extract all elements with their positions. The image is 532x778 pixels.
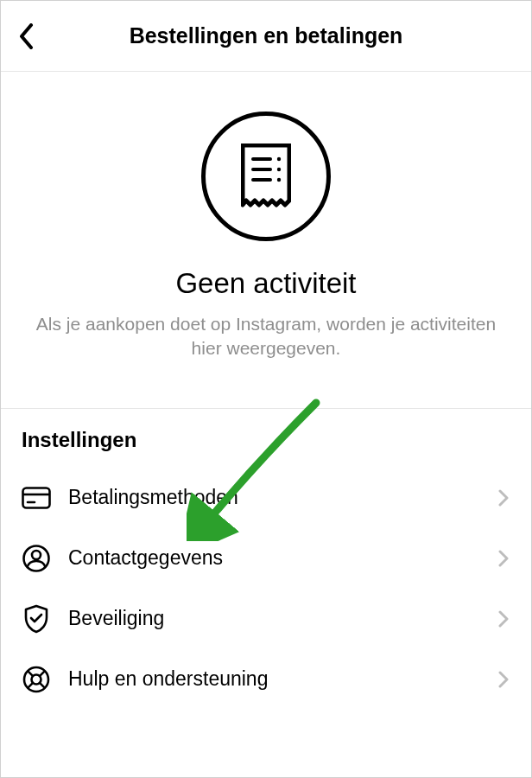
chevron-right-icon [497, 669, 510, 690]
svg-line-15 [28, 683, 33, 688]
svg-line-13 [28, 671, 33, 676]
chevron-right-icon [497, 488, 510, 508]
settings-item-help-support[interactable]: Hulp en ondersteuning [1, 649, 531, 710]
settings-item-security[interactable]: Beveiliging [1, 589, 531, 649]
svg-point-3 [277, 157, 281, 161]
svg-line-14 [40, 671, 45, 676]
settings-item-payment-methods[interactable]: Betalingsmethoden [1, 468, 531, 528]
empty-state-description: Als je aankopen doet op Instagram, worde… [1, 312, 531, 361]
lifebuoy-icon [22, 665, 51, 694]
receipt-icon [241, 143, 291, 209]
back-button[interactable] [15, 24, 39, 48]
page-title: Bestellingen en betalingen [1, 23, 531, 48]
settings-section: Instellingen Betalingsmethoden Contactge… [1, 409, 531, 710]
settings-item-label: Beveiliging [68, 607, 497, 630]
svg-point-5 [277, 178, 281, 182]
settings-item-label: Contactgegevens [68, 546, 497, 570]
settings-item-label: Hulp en ondersteuning [68, 667, 497, 691]
header: Bestellingen en betalingen [1, 1, 531, 72]
svg-point-4 [277, 168, 281, 171]
chevron-right-icon [497, 548, 510, 569]
svg-line-16 [40, 683, 45, 688]
svg-point-12 [32, 674, 41, 684]
empty-state: Geen activiteit Als je aankopen doet op … [1, 72, 531, 409]
settings-section-title: Instellingen [1, 428, 531, 468]
svg-point-10 [32, 551, 41, 559]
chevron-left-icon [19, 23, 35, 49]
chevron-right-icon [497, 609, 510, 629]
settings-item-contact-details[interactable]: Contactgegevens [1, 528, 531, 589]
settings-item-label: Betalingsmethoden [68, 486, 497, 509]
receipt-icon-circle [201, 112, 331, 241]
shield-check-icon [22, 604, 51, 634]
empty-state-title: Geen activiteit [1, 267, 531, 300]
card-icon [22, 483, 51, 513]
svg-rect-6 [23, 488, 50, 507]
contact-icon [22, 544, 51, 573]
